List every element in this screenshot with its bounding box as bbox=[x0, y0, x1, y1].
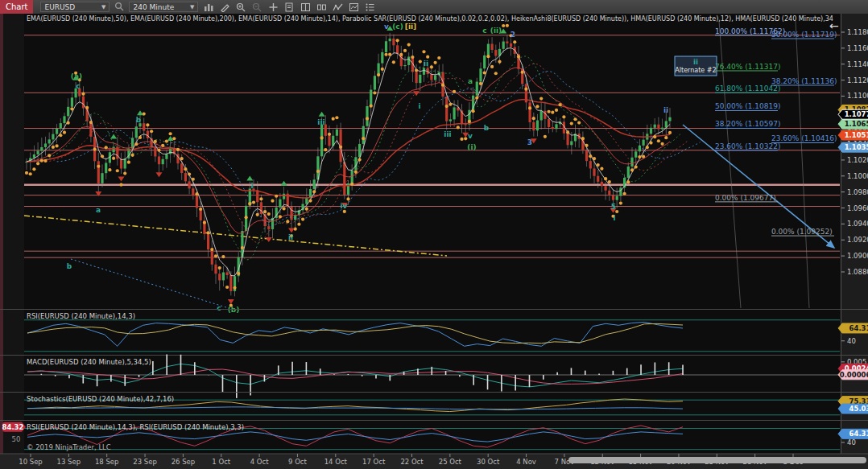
svg-text:ii: ii bbox=[693, 58, 698, 66]
panel-split-icon[interactable] bbox=[299, 2, 312, 13]
svg-text:iii: iii bbox=[317, 118, 324, 126]
price-badges: 1.108291.106511.105111.103591.10771 bbox=[838, 105, 868, 152]
indicator-label: EMA(EURUSD (240 Minute),50), EMA(EURUSD … bbox=[27, 15, 833, 23]
svg-text:0.00% (1.09677): 0.00% (1.09677) bbox=[715, 194, 776, 202]
svg-text:5: 5 bbox=[611, 203, 616, 211]
toolbar-icons bbox=[200, 2, 378, 13]
find-instrument-icon[interactable] bbox=[315, 2, 328, 13]
svg-text:0.00% (1.09252): 0.00% (1.09252) bbox=[771, 228, 833, 236]
svg-text:3: 3 bbox=[527, 138, 532, 146]
svg-text:1.0900'0: 1.0900'0 bbox=[847, 252, 868, 260]
svg-text:a: a bbox=[468, 77, 473, 85]
svg-text:30 Oct: 30 Oct bbox=[477, 458, 500, 466]
svg-text:Alternate #2: Alternate #2 bbox=[675, 67, 716, 74]
svg-text:b: b bbox=[67, 262, 72, 270]
chevron-down-icon: ▼ bbox=[190, 4, 194, 10]
svg-text:84.32: 84.32 bbox=[2, 423, 24, 431]
search-icon[interactable] bbox=[114, 0, 124, 14]
drawing-tools-icon[interactable] bbox=[218, 2, 231, 13]
svg-text:1.0920'0: 1.0920'0 bbox=[847, 236, 868, 244]
svg-text:c: c bbox=[76, 82, 80, 90]
zoom-out-icon bbox=[250, 2, 263, 13]
svg-text:1.1100'0: 1.1100'0 bbox=[847, 92, 868, 100]
svg-text:14 Oct: 14 Oct bbox=[324, 458, 348, 466]
svg-text:45.03: 45.03 bbox=[849, 405, 868, 413]
svg-text:(ii): (ii) bbox=[490, 27, 502, 35]
svg-text:ii: ii bbox=[424, 60, 428, 68]
svg-text:18 Sep: 18 Sep bbox=[95, 458, 119, 466]
svg-text:4 Nov: 4 Nov bbox=[516, 458, 536, 466]
panel-label-rsi2: RSI(EURUSD (240 Minute),14,3), RSI(EURUS… bbox=[27, 423, 244, 431]
chart-area[interactable]: 100.00% (1.11762)76.40% (1.11317)61.80% … bbox=[0, 14, 868, 469]
svg-text:1.10511: 1.10511 bbox=[845, 131, 868, 139]
svg-text:50.00% (1.10819): 50.00% (1.10819) bbox=[715, 102, 780, 110]
indicators-icon[interactable] bbox=[331, 2, 344, 13]
svg-text:[ii]: [ii] bbox=[405, 23, 416, 31]
svg-text:1.10359: 1.10359 bbox=[845, 143, 868, 151]
svg-text:61.80% (1.11042): 61.80% (1.11042) bbox=[715, 84, 780, 93]
copyright-text: © 2019 NinjaTrader, LLC bbox=[27, 443, 111, 451]
svg-text:22 Oct: 22 Oct bbox=[400, 458, 424, 466]
interval-select[interactable]: 240 Minute ▼ bbox=[129, 2, 198, 12]
svg-text:1.0940'0: 1.0940'0 bbox=[847, 220, 868, 228]
toolbar: Chart EURUSD ▼ 240 Minute ▼ bbox=[0, 0, 868, 14]
svg-text:13 Sep: 13 Sep bbox=[57, 458, 81, 466]
svg-text:a: a bbox=[96, 206, 101, 214]
svg-text:2: 2 bbox=[510, 31, 515, 39]
svg-text:64.31: 64.31 bbox=[849, 324, 868, 332]
svg-text:v: v bbox=[468, 132, 473, 140]
chart-style-icon[interactable] bbox=[202, 2, 215, 13]
svg-text:1.1020'0: 1.1020'0 bbox=[847, 156, 868, 164]
chevron-down-icon: ▼ bbox=[101, 4, 105, 10]
svg-text:17 Oct: 17 Oct bbox=[362, 458, 386, 466]
svg-text:0.0000663: 0.0000663 bbox=[840, 371, 868, 379]
svg-text:(i): (i) bbox=[467, 143, 476, 151]
tab-chart[interactable]: Chart bbox=[0, 0, 33, 14]
svg-text:1.1000'0: 1.1000'0 bbox=[847, 172, 868, 180]
svg-text:iii: iii bbox=[444, 130, 451, 138]
svg-text:25 Oct: 25 Oct bbox=[439, 458, 462, 466]
chart-template-icon[interactable] bbox=[347, 2, 360, 13]
chart-canvas[interactable]: 100.00% (1.11762)76.40% (1.11317)61.80% … bbox=[0, 14, 868, 469]
instrument-select[interactable]: EURUSD ▼ bbox=[40, 2, 110, 12]
svg-text:1.0880'0: 1.0880'0 bbox=[847, 268, 868, 276]
properties-list-icon[interactable] bbox=[363, 2, 376, 13]
svg-text:10 Sep: 10 Sep bbox=[19, 458, 43, 466]
svg-text:(c): (c) bbox=[392, 23, 403, 31]
svg-text:40: 40 bbox=[847, 438, 856, 446]
svg-text:1.1180'0: 1.1180'0 bbox=[847, 28, 868, 36]
zoom-in-icon[interactable] bbox=[234, 2, 247, 13]
svg-text:9 Oct: 9 Oct bbox=[288, 458, 307, 466]
svg-text:(a): (a) bbox=[71, 72, 82, 80]
svg-text:c: c bbox=[217, 304, 221, 312]
svg-text:ii: ii bbox=[663, 106, 668, 114]
svg-text:26 Sep: 26 Sep bbox=[172, 458, 196, 466]
svg-text:c: c bbox=[482, 27, 486, 35]
svg-text:23 Sep: 23 Sep bbox=[133, 458, 157, 466]
svg-text:iv: iv bbox=[341, 202, 348, 210]
svg-text:b: b bbox=[484, 124, 490, 132]
svg-text:4 Oct: 4 Oct bbox=[250, 458, 269, 466]
svg-text:23.60% (1.10416): 23.60% (1.10416) bbox=[771, 134, 837, 142]
svg-text:1 Oct: 1 Oct bbox=[212, 458, 230, 466]
svg-text:1.10771: 1.10771 bbox=[845, 110, 868, 118]
svg-text:23.60% (1.10322): 23.60% (1.10322) bbox=[715, 142, 780, 150]
svg-text:50.00% (1.11719): 50.00% (1.11719) bbox=[771, 31, 837, 39]
svg-text:50: 50 bbox=[12, 435, 21, 443]
svg-text:1.0960'0: 1.0960'0 bbox=[847, 204, 868, 212]
data-series-icon[interactable] bbox=[283, 2, 296, 13]
svg-text:1.0980'0: 1.0980'0 bbox=[847, 188, 868, 196]
svg-text:1.1120'0: 1.1120'0 bbox=[847, 76, 868, 84]
svg-text:64.31: 64.31 bbox=[849, 430, 868, 438]
interval-value: 240 Minute bbox=[133, 3, 174, 11]
svg-text:ii: ii bbox=[288, 233, 293, 241]
add-object-icon[interactable] bbox=[267, 2, 279, 13]
panel-label-stoch: Stochastics(EURUSD (240 Minute),42,7,16) bbox=[27, 395, 174, 403]
svg-text:i: i bbox=[250, 182, 253, 190]
horizontal-scrollbar[interactable] bbox=[568, 457, 866, 463]
panel-label-rsi1: RSI(EURUSD (240 Minute),14,3) bbox=[27, 312, 135, 320]
instrument-value: EURUSD bbox=[44, 3, 75, 11]
alternate-wave-box[interactable]: iiAlternate #2 bbox=[675, 56, 717, 76]
svg-text:1.10651: 1.10651 bbox=[845, 120, 868, 128]
svg-text:40: 40 bbox=[847, 337, 856, 345]
